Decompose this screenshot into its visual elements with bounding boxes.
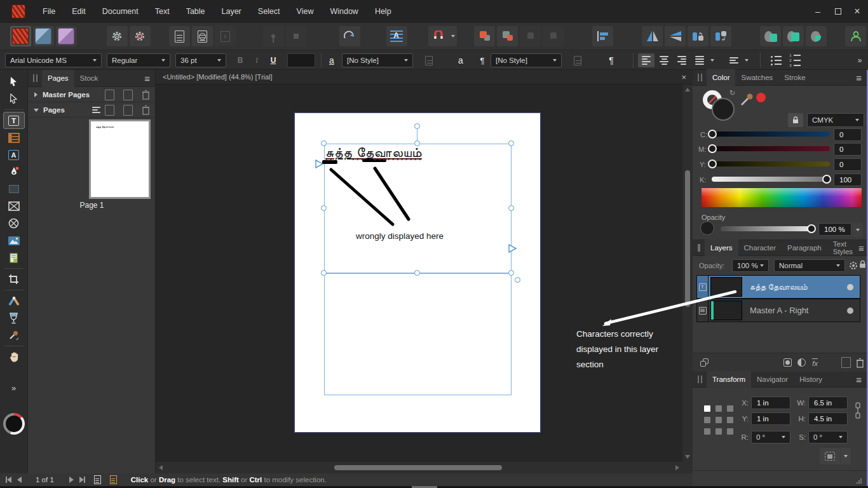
canvas[interactable]: சுத்த தேவாலயம் wrongly displayed here Ch… <box>156 85 693 473</box>
corner-tool[interactable] <box>3 292 25 309</box>
layer-name[interactable]: சுத்த தேவாலயம் <box>750 282 808 292</box>
bullet-list-button[interactable] <box>768 53 784 67</box>
cyan-slider[interactable] <box>712 132 830 137</box>
flip-horizontal-button[interactable] <box>642 26 663 46</box>
tab-paragraph[interactable]: Paragraph <box>782 240 827 257</box>
overflow-more-button[interactable]: » <box>854 53 865 67</box>
panel-grip[interactable] <box>698 244 700 252</box>
y-field[interactable]: 1 in <box>751 412 790 425</box>
italic-button[interactable]: I <box>249 53 264 67</box>
move-tool[interactable] <box>3 73 25 90</box>
duplicate-layer-button[interactable] <box>698 357 711 369</box>
layer-visibility-dot[interactable] <box>847 284 853 290</box>
align-left-button[interactable] <box>638 53 654 67</box>
frame-text-tool[interactable]: T <box>3 112 25 129</box>
colour-selector-wheel[interactable] <box>3 413 25 435</box>
frame-handle[interactable] <box>321 205 327 211</box>
cyan-value[interactable]: 0 <box>834 128 862 141</box>
snapping-button[interactable] <box>428 26 449 46</box>
delete-layer-button[interactable] <box>853 357 867 369</box>
layer-effects-button[interactable]: fx <box>808 357 822 369</box>
picture-frame-rectangle-tool[interactable] <box>3 198 25 215</box>
page-preview-icon[interactable] <box>94 475 101 484</box>
colour-mode-select[interactable]: CMYK <box>807 113 864 127</box>
leading-button[interactable] <box>726 53 742 67</box>
menu-table[interactable]: Table <box>178 0 214 23</box>
maximize-button[interactable] <box>829 0 848 23</box>
tab-history[interactable]: History <box>794 371 828 388</box>
swap-colours-icon[interactable]: ↻ <box>729 89 735 97</box>
move-to-front-button[interactable] <box>474 26 495 46</box>
paragraph-style-select[interactable]: [No Style] <box>491 53 562 67</box>
anchor-bottom-right[interactable] <box>727 428 733 435</box>
yellow-value[interactable]: 0 <box>834 158 862 171</box>
minimize-button[interactable]: – <box>808 0 827 23</box>
canvas-tamil-text[interactable]: சுத்த தேவாலயம் <box>325 145 422 160</box>
frame-handle[interactable] <box>508 270 514 276</box>
justify-options-chevron[interactable] <box>708 53 717 67</box>
black-value[interactable]: 100 <box>834 173 862 186</box>
master-pages-row[interactable]: Master Pages <box>28 88 155 102</box>
document-tab-close[interactable]: × <box>681 70 686 85</box>
panel-resize-grip[interactable] <box>857 478 862 484</box>
layer-name[interactable]: Master A - Right <box>750 306 808 315</box>
layer-visibility-dot[interactable] <box>847 308 853 314</box>
delete-master-icon[interactable] <box>142 90 150 100</box>
boolean-subtract-button[interactable] <box>783 26 804 46</box>
data-merge-tool[interactable] <box>3 249 25 266</box>
rotate-ccw-button[interactable]: ↰ <box>688 26 709 46</box>
blend-mode-select[interactable]: Normal <box>774 259 845 272</box>
move-to-back-button[interactable] <box>497 26 518 46</box>
pages-section-row[interactable]: Pages <box>28 103 155 118</box>
menu-view[interactable]: View <box>288 0 322 23</box>
x-field[interactable]: 1 in <box>751 396 790 409</box>
picture-frame-ellipse-tool[interactable] <box>3 215 25 232</box>
menu-select[interactable]: Select <box>250 0 288 23</box>
bold-button[interactable]: B <box>233 53 248 67</box>
duplicate-page-icon[interactable] <box>123 105 133 116</box>
menu-help[interactable]: Help <box>367 0 400 23</box>
designer-persona-button[interactable] <box>33 26 54 46</box>
numbered-list-button[interactable]: 123 <box>787 53 803 67</box>
artistic-text-tool[interactable]: A <box>3 146 25 163</box>
anchor-mid-right[interactable] <box>727 417 733 423</box>
menu-file[interactable]: File <box>34 0 64 23</box>
apply-master-icon[interactable] <box>92 107 100 113</box>
text-colour-swatch[interactable] <box>287 53 315 67</box>
underline-button[interactable]: U <box>266 53 281 67</box>
magenta-slider[interactable] <box>712 146 830 151</box>
opacity-chevron[interactable] <box>853 223 863 237</box>
magenta-slider-knob[interactable] <box>708 144 717 153</box>
scroll-left-arrow[interactable] <box>159 465 163 470</box>
character-style-select[interactable]: [No Style] <box>342 53 413 67</box>
transparency-tool[interactable] <box>3 309 25 327</box>
pages-view-button[interactable] <box>169 26 190 46</box>
selected-text-frame[interactable] <box>324 144 512 273</box>
frame-handle[interactable] <box>321 140 327 146</box>
tab-transform[interactable]: Transform <box>707 371 751 388</box>
anchor-top-left[interactable] <box>704 405 710 412</box>
photo-persona-button[interactable] <box>56 26 77 46</box>
show-characters-button[interactable]: a <box>452 53 469 67</box>
layer-thumbnail[interactable] <box>710 301 742 320</box>
anchor-bottom-left[interactable] <box>704 428 710 435</box>
tools-more-button[interactable]: » <box>3 379 25 396</box>
tab-colour[interactable]: Color <box>707 69 735 86</box>
tab-layers[interactable]: Layers <box>705 240 738 257</box>
next-page-button[interactable] <box>69 477 74 483</box>
frame-handle[interactable] <box>414 140 420 146</box>
scroll-right-arrow[interactable] <box>675 465 679 470</box>
panel-menu-icon[interactable]: ≡ <box>856 374 862 385</box>
blend-options-gear-icon[interactable] <box>848 261 858 271</box>
w-field[interactable]: 6.5 in <box>808 396 848 409</box>
adjustment-layer-button[interactable] <box>795 357 808 369</box>
font-size-select[interactable]: 36 pt <box>175 53 226 67</box>
opacity-value[interactable]: 100 % <box>818 223 851 236</box>
tab-pages[interactable]: Pages <box>42 70 74 87</box>
opacity-swatch[interactable] <box>700 221 714 235</box>
magenta-value[interactable]: 0 <box>834 143 862 156</box>
leading-chevron[interactable] <box>742 53 751 67</box>
panel-menu-icon[interactable]: ≡ <box>856 72 862 83</box>
publisher-persona-button[interactable] <box>10 26 31 46</box>
black-slider-knob[interactable] <box>822 175 831 184</box>
